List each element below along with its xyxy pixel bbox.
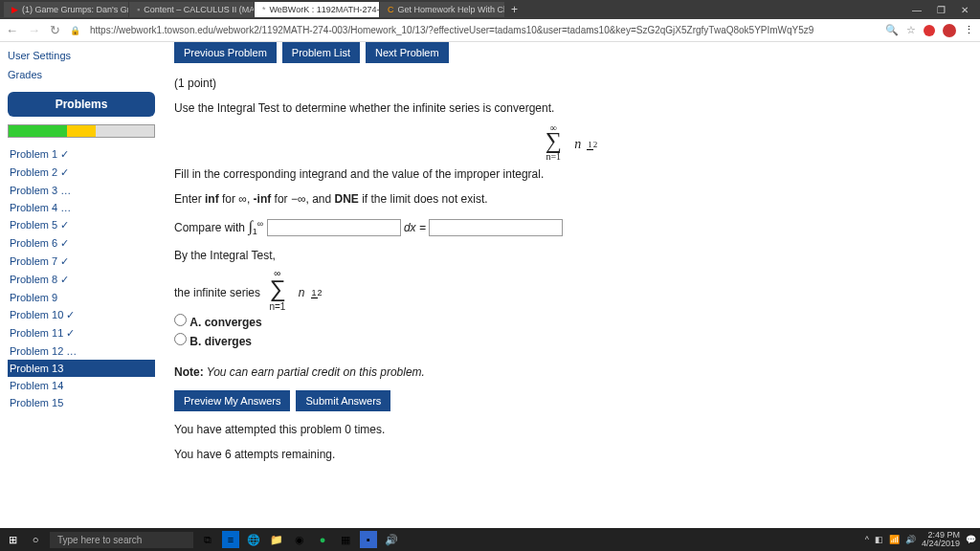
reload-button[interactable]: ↻ (50, 23, 60, 37)
browser-tab-strip: ▶(1) Game Grumps: Dan's Gr×▪Content – CA… (0, 0, 980, 19)
profile-avatar[interactable] (943, 24, 956, 37)
new-tab-button[interactable]: + (505, 3, 523, 16)
integral-value-input[interactable] (429, 219, 563, 236)
remaining-text: You have 6 attempts remaining. (174, 446, 969, 463)
problem-link[interactable]: Problem 14 (8, 377, 155, 394)
cortana-icon[interactable]: ○ (27, 531, 44, 548)
tray-vol-icon[interactable]: 🔊 (905, 535, 916, 544)
problem-link[interactable]: Problem 13 (8, 360, 155, 377)
problem-link[interactable]: Problem 5 ✓ (8, 216, 155, 234)
problem-list-button[interactable]: Problem List (282, 42, 360, 63)
app2-icon[interactable]: ▪ (360, 531, 377, 548)
sidebar: User Settings Grades Problems Problem 1 … (0, 42, 163, 532)
chrome-icon[interactable]: 🌐 (245, 531, 262, 548)
url-text[interactable]: https://webwork1.towson.edu/webwork2/119… (90, 25, 876, 35)
problem-link[interactable]: Problem 1 ✓ (8, 145, 155, 164)
option-b-radio[interactable] (174, 333, 187, 345)
note-text: Note: You can earn partial credit on thi… (174, 365, 969, 379)
integrand-input[interactable] (267, 219, 401, 236)
bookmark-icon[interactable]: ☆ (906, 24, 916, 36)
previous-problem-button[interactable]: Previous Problem (174, 42, 277, 63)
preview-answers-button[interactable]: Preview My Answers (174, 390, 290, 411)
problem-link[interactable]: Problem 10 ✓ (8, 306, 155, 324)
minimize-button[interactable]: — (912, 5, 922, 15)
browser-tab[interactable]: CGet Homework Help With Chegg× (380, 2, 504, 17)
compare-row: Compare with ∫1∞ dx = (174, 215, 969, 239)
back-button[interactable]: ← (6, 23, 18, 37)
spotify-icon[interactable]: ● (314, 531, 331, 548)
forward-button[interactable]: → (28, 23, 40, 37)
problem-link[interactable]: Problem 2 ✓ (8, 164, 155, 182)
problems-header: Problems (8, 92, 155, 117)
tray-net-icon[interactable]: ◧ (875, 535, 883, 544)
progress-bar (8, 124, 155, 138)
clock[interactable]: 2:49 PM4/24/2019 (922, 531, 960, 548)
problem-link[interactable]: Problem 15 (8, 394, 155, 411)
instruction-text: Use the Integral Test to determine wheth… (174, 99, 969, 117)
search-icon[interactable]: 🔍 (885, 24, 899, 36)
start-button[interactable]: ⊞ (4, 531, 21, 548)
calc-icon[interactable]: ▦ (337, 531, 354, 548)
browser-tab[interactable]: ▪Content – CALCULUS II (MATH27× (129, 2, 254, 17)
problem-link[interactable]: Problem 8 ✓ (8, 271, 155, 289)
enter-text: Enter inf for ∞, -inf for −∞, and DNE if… (174, 190, 969, 208)
fill-text: Fill in the corresponding integrand and … (174, 165, 969, 183)
browser-tab[interactable]: *WeBWorK : 1192MATH-274-003× (255, 2, 379, 17)
problem-link[interactable]: Problem 6 ✓ (8, 234, 155, 253)
address-bar: ← → ↻ 🔒 https://webwork1.towson.edu/webw… (0, 19, 980, 42)
problem-link[interactable]: Problem 9 (8, 289, 155, 306)
notifications-icon[interactable]: 💬 (966, 535, 976, 544)
tray-wifi-icon[interactable]: 📶 (889, 535, 900, 544)
app-icon[interactable]: ≡ (222, 531, 239, 548)
problem-link[interactable]: Problem 11 ✓ (8, 324, 155, 342)
close-button[interactable]: ✕ (961, 5, 969, 15)
folder-icon[interactable]: 📁 (268, 531, 285, 548)
next-problem-button[interactable]: Next Problem (366, 42, 449, 63)
problem-list: Problem 1 ✓Problem 2 ✓Problem 3 …Problem… (8, 145, 155, 411)
taskbar: ⊞ ○ Type here to search ⧉ ≡ 🌐 📁 ◉ ● ▦ ▪ … (0, 528, 980, 551)
series-formula: ∞∑n=1 n12 (174, 128, 969, 154)
option-a-radio[interactable] (174, 314, 187, 326)
problem-main: Previous Problem Problem List Next Probl… (163, 42, 980, 532)
task-view-icon[interactable]: ⧉ (199, 531, 216, 548)
by-test-text: By the Integral Test, (174, 247, 969, 264)
lock-icon: 🔒 (70, 26, 80, 35)
steam-icon[interactable]: ◉ (291, 531, 308, 548)
problem-link[interactable]: Problem 12 … (8, 342, 155, 360)
problem-link[interactable]: Problem 3 … (8, 182, 155, 199)
browser-tab[interactable]: ▶(1) Game Grumps: Dan's Gr× (4, 2, 128, 17)
user-settings-link[interactable]: User Settings (8, 46, 155, 65)
tray-up-icon[interactable]: ^ (865, 535, 869, 544)
points-label: (1 point) (174, 77, 969, 90)
problem-link[interactable]: Problem 4 … (8, 199, 155, 216)
attempts-text: You have attempted this problem 0 times. (174, 421, 969, 438)
grades-link[interactable]: Grades (8, 65, 155, 84)
taskbar-search[interactable]: Type here to search (50, 532, 193, 548)
maximize-button[interactable]: ❐ (937, 5, 946, 15)
submit-answers-button[interactable]: Submit Answers (296, 390, 390, 411)
extension-icon[interactable] (924, 25, 935, 36)
volume-icon[interactable]: 🔊 (383, 531, 400, 548)
problem-link[interactable]: Problem 7 ✓ (8, 253, 155, 271)
menu-icon[interactable]: ⋮ (964, 24, 974, 36)
series-row: the infinite series ∞∑n=1 n12 (174, 272, 969, 306)
